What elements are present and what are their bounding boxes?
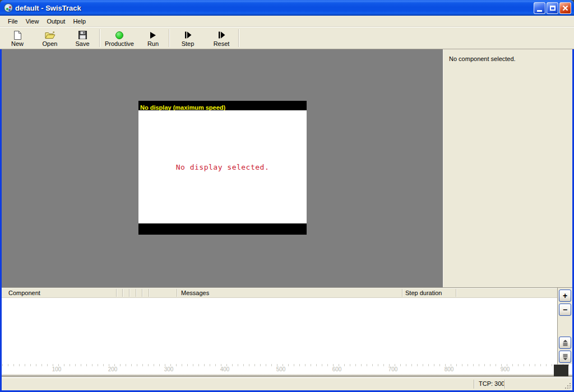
- close-icon: [562, 5, 568, 11]
- toolbar-separator: [238, 29, 239, 47]
- step-icon: [184, 30, 192, 40]
- close-button[interactable]: [559, 2, 571, 14]
- scroll-bottom-icon: [562, 354, 568, 360]
- maximize-icon: [550, 6, 556, 11]
- scroll-top-button[interactable]: [559, 337, 571, 349]
- column-header-component[interactable]: Component: [8, 290, 40, 296]
- ruler-label: 300: [159, 366, 178, 372]
- productive-label: Productive: [105, 40, 134, 47]
- new-document-icon: [13, 30, 21, 40]
- productive-status-icon: [115, 30, 123, 40]
- run-icon: [150, 30, 156, 40]
- status-separator: [504, 380, 506, 389]
- column-separator: [136, 289, 137, 297]
- list-toolbar: + −: [558, 288, 572, 364]
- zoom-out-button[interactable]: −: [559, 304, 571, 316]
- menu-view[interactable]: View: [22, 16, 43, 26]
- column-separator: [116, 289, 117, 297]
- new-label: New: [11, 40, 24, 47]
- toolbar-separator: [99, 29, 100, 47]
- ruler-label: 900: [496, 366, 515, 372]
- status-separator: [474, 380, 475, 389]
- column-separator: [129, 289, 130, 297]
- minimize-icon: [537, 10, 542, 12]
- open-folder-icon: [45, 30, 55, 40]
- menu-file[interactable]: File: [4, 16, 22, 26]
- reset-button[interactable]: Reset: [205, 27, 238, 49]
- ruler-label: 100: [47, 366, 66, 372]
- productive-button[interactable]: Productive: [101, 27, 138, 49]
- display-panel-body: No display selected.: [138, 110, 307, 223]
- zoom-in-button[interactable]: +: [559, 290, 571, 302]
- ruler-label: 400: [215, 366, 234, 372]
- ruler-label: 500: [271, 366, 290, 372]
- app-icon[interactable]: [4, 3, 13, 12]
- open-button[interactable]: Open: [34, 27, 66, 49]
- status-bar: TCP: 3000: [2, 377, 572, 390]
- scroll-bottom-button[interactable]: [559, 351, 571, 363]
- window-title: default - SwisTrack: [15, 4, 534, 12]
- timeline-ruler: 100 200 300 400 500 600 700 800 900 1000: [2, 364, 572, 374]
- list-header: Component Messages Step duration: [2, 288, 557, 298]
- column-separator: [149, 289, 150, 297]
- component-list-row: Component Messages Step duration: [2, 288, 572, 364]
- ruler-label: 700: [383, 366, 402, 372]
- resize-grip[interactable]: [564, 382, 572, 390]
- column-separator: [177, 289, 178, 297]
- run-label: Run: [147, 40, 159, 47]
- reset-label: Reset: [214, 40, 230, 47]
- menu-help[interactable]: Help: [69, 16, 90, 26]
- column-header-step-duration[interactable]: Step duration: [405, 290, 442, 296]
- step-label: Step: [182, 40, 195, 47]
- canvas-area: No display (maximum speed) No display se…: [2, 49, 443, 287]
- ruler-label: 200: [103, 366, 122, 372]
- component-list: Component Messages Step duration: [2, 288, 558, 364]
- save-label: Save: [75, 40, 89, 47]
- toolbar-separator: [169, 29, 170, 47]
- minimize-button[interactable]: [534, 2, 545, 14]
- save-floppy-icon: [78, 30, 87, 40]
- toolbar: New Open Save Productive Run: [0, 27, 574, 49]
- window-frame: No display (maximum speed) No display se…: [0, 49, 574, 390]
- main-area: No display (maximum speed) No display se…: [2, 49, 572, 287]
- open-label: Open: [43, 40, 58, 47]
- column-separator: [402, 289, 403, 297]
- display-panel-footer: [138, 223, 307, 235]
- window-controls: [534, 2, 571, 14]
- scroll-top-icon: [562, 340, 568, 346]
- component-settings-panel: No component selected.: [443, 49, 572, 287]
- title-bar[interactable]: default - SwisTrack: [0, 0, 574, 16]
- component-list-panel: Component Messages Step duration: [2, 287, 572, 390]
- reset-icon: [217, 30, 225, 40]
- menu-bar: File View Output Help: [0, 16, 574, 27]
- display-message: No display selected.: [176, 163, 270, 171]
- component-list-body[interactable]: [2, 298, 557, 364]
- new-button[interactable]: New: [1, 27, 34, 49]
- display-panel: No display (maximum speed) No display se…: [138, 101, 307, 235]
- status-tcp: TCP: 3000: [479, 380, 504, 387]
- column-separator: [142, 289, 143, 297]
- run-button[interactable]: Run: [138, 27, 168, 49]
- app-window: default - SwisTrack File View Output Hel…: [0, 0, 574, 392]
- ruler-label: 600: [327, 366, 346, 372]
- no-component-message: No component selected.: [449, 55, 516, 62]
- ruler-label: 800: [439, 366, 459, 372]
- step-button[interactable]: Step: [170, 27, 205, 49]
- menu-output[interactable]: Output: [43, 16, 69, 26]
- ruler-corner-box: [554, 365, 568, 376]
- column-separator: [122, 289, 123, 297]
- save-button[interactable]: Save: [66, 27, 99, 49]
- display-panel-header[interactable]: No display (maximum speed): [138, 101, 307, 110]
- column-header-messages[interactable]: Messages: [181, 290, 209, 296]
- column-separator: [456, 289, 457, 297]
- maximize-button[interactable]: [547, 2, 558, 14]
